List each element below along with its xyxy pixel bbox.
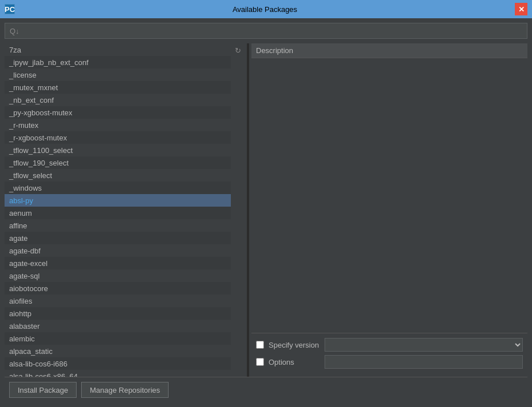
bottom-bar: Install Package Manage Repositories <box>5 377 527 402</box>
list-item[interactable]: alembic <box>5 332 231 345</box>
list-item[interactable]: _tflow_1100_select <box>5 144 231 156</box>
right-panel: Description Specify version Opti <box>251 43 527 377</box>
app-icon: PC <box>5 4 15 14</box>
close-button[interactable]: ✕ <box>515 3 527 15</box>
specify-version-select[interactable] <box>325 338 523 352</box>
form-section: Specify version Options <box>251 333 527 377</box>
list-item[interactable]: _r-mutex <box>5 119 231 131</box>
refresh-button[interactable]: ↻ <box>233 45 243 56</box>
list-item[interactable]: _mutex_mxnet <box>5 81 231 94</box>
refresh-icon: ↻ <box>235 46 241 55</box>
list-item[interactable]: alabaster <box>5 320 231 332</box>
list-item[interactable]: alsa-lib-cos6-x86_64 <box>5 370 231 377</box>
install-package-button[interactable]: Install Package <box>9 382 77 398</box>
list-item[interactable]: alpaca_static <box>5 345 231 357</box>
specify-version-row: Specify version <box>256 338 523 352</box>
search-input[interactable] <box>5 23 527 39</box>
body-split: 7za_ipyw_jlab_nb_ext_conf_license_mutex_… <box>5 43 527 377</box>
list-item[interactable]: agate-dbf <box>5 244 231 257</box>
list-item[interactable]: alsa-lib-cos6-i686 <box>5 357 231 370</box>
manage-repositories-button[interactable]: Manage Repositories <box>81 382 169 398</box>
package-list: 7za_ipyw_jlab_nb_ext_conf_license_mutex_… <box>5 43 231 377</box>
list-item[interactable]: aiobotocore <box>5 282 231 295</box>
list-item[interactable]: 7za <box>5 43 231 56</box>
list-item[interactable]: aiohttp <box>5 307 231 320</box>
left-panel: 7za_ipyw_jlab_nb_ext_conf_license_mutex_… <box>5 43 245 377</box>
title-bar: PC Available Packages ✕ <box>0 0 532 18</box>
panel-divider <box>247 43 249 377</box>
specify-version-checkbox[interactable] <box>256 341 264 349</box>
list-item[interactable]: _r-xgboost-mutex <box>5 131 231 144</box>
options-input[interactable] <box>325 355 523 369</box>
description-area <box>251 58 527 333</box>
title-bar-center: Available Packages <box>15 5 515 14</box>
window-title: Available Packages <box>233 5 297 14</box>
list-item[interactable]: agate <box>5 232 231 244</box>
list-item[interactable]: _tflow_190_select <box>5 156 231 169</box>
options-checkbox[interactable] <box>256 358 264 366</box>
refresh-column: ↻ <box>231 43 245 377</box>
list-item[interactable]: _windows <box>5 182 231 194</box>
list-item[interactable]: absl-py <box>5 194 231 207</box>
options-row: Options <box>256 355 523 369</box>
list-item[interactable]: aenum <box>5 207 231 219</box>
list-item[interactable]: _tflow_select <box>5 169 231 182</box>
main-content: 7za_ipyw_jlab_nb_ext_conf_license_mutex_… <box>0 18 532 407</box>
specify-version-label: Specify version <box>269 341 320 349</box>
list-item[interactable]: agate-sql <box>5 269 231 282</box>
list-item[interactable]: affine <box>5 219 231 232</box>
list-item[interactable]: _license <box>5 68 231 81</box>
list-row: 7za_ipyw_jlab_nb_ext_conf_license_mutex_… <box>5 43 245 377</box>
list-item[interactable]: aiofiles <box>5 295 231 307</box>
options-label: Options <box>269 358 320 366</box>
list-item[interactable]: _nb_ext_conf <box>5 94 231 106</box>
list-item[interactable]: agate-excel <box>5 257 231 269</box>
close-icon: ✕ <box>518 5 525 14</box>
title-bar-left: PC <box>5 4 15 14</box>
list-item[interactable]: _py-xgboost-mutex <box>5 106 231 119</box>
list-item[interactable]: _ipyw_jlab_nb_ext_conf <box>5 56 231 68</box>
description-label: Description <box>251 43 527 58</box>
